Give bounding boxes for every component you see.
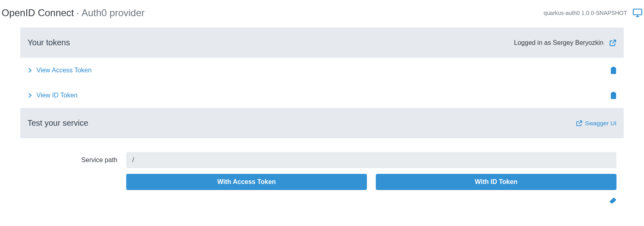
view-access-token-label: View Access Token xyxy=(36,67,91,74)
view-id-token-label: View ID Token xyxy=(36,92,78,99)
app-info: quarkus-auth0 1.0.0-SNAPSHOT xyxy=(544,10,627,16)
chevron-right-icon xyxy=(28,68,32,73)
test-form: Service path With Access Token With ID T… xyxy=(20,138,624,193)
svg-rect-3 xyxy=(611,68,616,74)
view-id-token-row: View ID Token xyxy=(20,83,624,108)
tokens-section-header: Your tokens Logged in as Sergey Beryozki… xyxy=(20,27,624,58)
header-left: OpenID Connect · Auth0 provider xyxy=(2,7,145,19)
token-buttons-row: With Access Token With ID Token xyxy=(126,174,616,190)
swagger-ui-link[interactable]: Swagger UI xyxy=(576,120,616,127)
test-section-header: Test your service Swagger UI xyxy=(20,108,624,138)
tokens-title: Your tokens xyxy=(28,38,70,47)
page-subtitle: Auth0 provider xyxy=(81,7,144,19)
view-id-token-link[interactable]: View ID Token xyxy=(28,92,78,99)
with-access-token-button[interactable]: With Access Token xyxy=(126,174,367,190)
view-access-token-row: View Access Token xyxy=(20,58,624,83)
service-path-input[interactable] xyxy=(126,152,616,168)
page-header: OpenID Connect · Auth0 provider quarkus-… xyxy=(0,0,644,27)
logged-in-area: Logged in as Sergey Beryozkin xyxy=(514,39,616,46)
logged-in-text: Logged in as Sergey Beryozkin xyxy=(514,39,604,46)
swagger-ui-label: Swagger UI xyxy=(585,120,616,127)
title-separator: · xyxy=(76,7,79,19)
view-access-token-link[interactable]: View Access Token xyxy=(28,67,91,74)
header-right: quarkus-auth0 1.0.0-SNAPSHOT xyxy=(544,8,642,17)
with-id-token-button[interactable]: With ID Token xyxy=(376,174,616,190)
test-section-title: Test your service xyxy=(28,118,88,128)
logout-icon[interactable] xyxy=(609,39,616,46)
chevron-right-icon xyxy=(28,93,32,98)
copy-id-token-icon[interactable] xyxy=(610,92,616,99)
clear-row xyxy=(20,193,624,204)
main-content: Your tokens Logged in as Sergey Beryozki… xyxy=(0,27,644,204)
service-path-row: Service path xyxy=(28,152,616,168)
svg-rect-0 xyxy=(633,9,642,15)
monitor-icon[interactable] xyxy=(633,8,642,17)
svg-rect-5 xyxy=(611,93,616,99)
service-path-label: Service path xyxy=(28,156,117,164)
copy-access-token-icon[interactable] xyxy=(610,67,616,74)
external-link-icon xyxy=(576,120,583,127)
svg-rect-6 xyxy=(612,92,615,93)
svg-rect-4 xyxy=(612,67,615,68)
page-title: OpenID Connect xyxy=(2,7,74,19)
eraser-icon[interactable] xyxy=(609,197,616,204)
